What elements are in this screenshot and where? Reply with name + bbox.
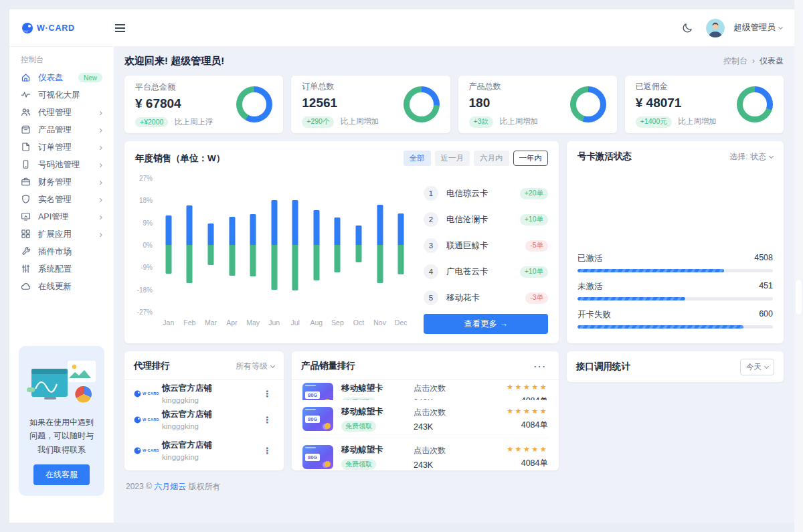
product-row: 80G 移动鲸望卡 免费领取 点击次数 243K ★★★★★ [302,438,548,470]
rating-stars: ★★★★★ [486,383,548,391]
briefcase-icon [21,177,31,187]
product-sales-card: 产品销量排行 ··· 80G 移动鲸望卡 免费领取 点击次数 [292,351,559,470]
order-count: 4084单 [486,395,548,400]
view-more-button[interactable]: 查看更多 → [424,314,548,334]
user-avatar[interactable] [706,19,725,37]
top-header: W·CARD 超级管理员 [9,9,794,47]
product-row: 80G 移动鲸望卡 免费领取 点击次数 243K ★★★★★ [302,400,548,438]
stat-title: 已返佣金 [636,81,717,92]
stat-trend-badge: +1400元 [636,116,672,128]
sidebar-item[interactable]: 在线更新 [12,278,111,295]
more-options-icon[interactable]: ⋮ [260,389,274,399]
footer-brand-link[interactable]: 六月烟云 [154,482,186,491]
stat-trend-badge: +¥2000 [135,117,168,127]
stat-value: ¥ 48071 [636,96,717,110]
sidebar-item[interactable]: 系统配置 [12,260,111,278]
stat-title: 订单总数 [302,81,379,92]
sidebar-item[interactable]: 订单管理 › [12,139,111,156]
range-tab[interactable]: 一年内 [513,151,549,166]
api-range-dropdown[interactable]: 今天 [740,359,774,375]
activation-label: 开卡失败 [577,309,611,321]
stat-trend-badge: +3款 [469,116,493,128]
range-tab[interactable]: 全部 [404,151,431,166]
clicks-label: 点击次数 [414,383,486,394]
annual-sales-bar-chart: 27%18%9%0%-9%-18%-27% JanFebMarAprMayJun… [135,178,412,334]
footer: 2023 © 六月烟云 版权所有 [124,470,784,493]
sidebar-item[interactable]: 财务管理 › [12,173,111,191]
product-thumbnail: 80G [302,407,333,431]
rank-card-name: 广电苍云卡 [446,266,520,278]
api-range-label: 今天 [746,363,762,371]
range-tab[interactable]: 近一月 [435,151,470,166]
card-rank-item: 3 联通巨鲸卡 -5单 [424,236,548,256]
clicks-label: 点击次数 [414,407,486,418]
rating-stars: ★★★★★ [486,407,548,416]
card-rank-item: 1 电信琼云卡 +20单 [424,183,548,203]
user-name: 超级管理员 [734,23,776,32]
chevron-right-icon: › [99,108,102,117]
stat-value: ¥ 67804 [135,96,213,111]
sidebar-item[interactable]: API管理 › [12,208,111,226]
more-options-icon[interactable]: ⋮ [260,446,274,456]
activation-value: 451 [759,281,773,292]
sidebar-item-label: 订单管理 [38,142,99,153]
support-text: 如果在使用中遇到问题，可以随时与我们取得联系 [29,416,94,456]
card-ranking-panel: 1 电信琼云卡 +20单 2 电信沧澜卡 +10单 3 联通巨鲸卡 [424,178,548,334]
bar-group-Dec [390,178,412,312]
rank-number: 2 [424,212,438,227]
product-free-badge: 免费领取 [341,397,376,400]
sidebar-item[interactable]: 插件市场 [12,243,111,260]
stat-description: 比上周增加 [341,117,379,125]
hamburger-icon[interactable] [115,27,125,29]
bar-group-Sep [327,178,349,312]
user-menu[interactable]: 超级管理员 [734,22,783,33]
range-tab[interactable]: 六月内 [474,151,509,166]
sidebar: 控制台 仪表盘 New 可视化大屏 代理管理 › [9,47,114,523]
annual-sales-card: 年度销售（单位：W） 全部近一月六月内一年内 27%18%9%0%-9%-18%… [124,141,559,343]
online-support-button[interactable]: 在线客服 [33,464,90,485]
sidebar-item[interactable]: 号码池管理 › [12,156,111,173]
product-name: 移动鲸望卡 [341,444,414,456]
app-frame: W·CARD 超级管理员 控制台 [0,0,803,532]
breadcrumb-item-console[interactable]: 控制台 [723,56,747,66]
product-thumbnail: 80G [302,445,333,469]
page-title: 欢迎回来! 超级管理员! [124,55,224,68]
product-row: 80G 移动鲸望卡 免费领取 点击次数 243K ★★★★★ [302,380,548,400]
sidebar-item[interactable]: 可视化大屏 [12,86,111,104]
chevron-right-icon: › [99,125,102,135]
activation-rows: 已激活 4508 未激活 451 开卡失 [577,253,773,334]
agent-logo-text: W·CARD [143,391,159,395]
sidebar-item[interactable]: 仪表盘 New [12,69,111,86]
scrollbar-thumb[interactable] [796,280,802,315]
agent-level-dropdown[interactable]: 所有等级 [236,361,274,372]
chevron-right-icon: › [99,143,102,152]
agent-logo-icon [134,390,141,397]
rank-number: 1 [424,186,438,201]
brand-logo[interactable]: W·CARD [21,22,108,34]
more-options-icon[interactable]: ⋮ [260,415,274,425]
product-free-badge: 免费领取 [341,459,376,470]
ellipsis-icon[interactable]: ··· [531,361,549,371]
sidebar-item-label: 可视化大屏 [38,90,102,101]
dark-mode-toggle[interactable] [679,19,697,37]
grid-icon [21,229,31,240]
sidebar-item-label: 号码池管理 [38,159,99,171]
scrollbar-track[interactable] [794,0,803,532]
bar-group-May [242,178,264,312]
rank-card-name: 电信沧澜卡 [446,214,520,226]
breadcrumb-separator: › [752,56,755,66]
sidebar-item[interactable]: 实名管理 › [12,191,111,208]
progress-bar [577,297,773,300]
agent-row: W·CARD 惊云官方店铺 kingggking ⋮ [134,383,274,404]
sidebar-item[interactable]: 扩展应用 › [12,226,111,243]
sidebar-item[interactable]: 代理管理 › [12,104,111,121]
range-tabs: 全部近一月六月内一年内 [399,151,549,166]
chevron-down-icon [764,363,769,368]
product-free-badge: 免费领取 [341,421,376,432]
api-stats-title: 接口调用统计 [576,361,630,373]
chevron-right-icon: › [99,212,102,221]
status-filter-dropdown[interactable]: 选择: 状态 [729,151,773,163]
sidebar-item[interactable]: 产品管理 › [12,121,111,139]
product-name: 移动鲸望卡 [341,383,414,394]
rating-stars: ★★★★★ [486,445,548,454]
